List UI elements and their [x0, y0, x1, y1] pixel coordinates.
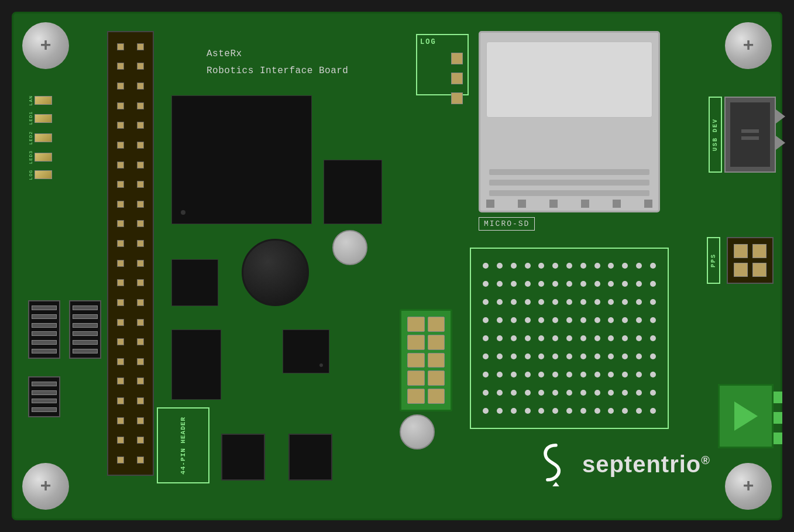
left-connector-right-top [69, 300, 101, 359]
septentrio-text: septentrio® [582, 451, 710, 478]
header-44pin: .header-44pin-inner { width: 100%; heigh… [107, 31, 154, 476]
pps-connector [727, 237, 774, 284]
bottom-chip-1 [221, 434, 265, 480]
label-44pin-text: 44-PIN HEADER [179, 417, 187, 475]
screw-top-left [22, 22, 69, 69]
right-green-component [718, 384, 774, 448]
left-connector-bottom [28, 376, 60, 417]
chip-main-1 [171, 95, 312, 224]
pcb-board: AsteRx Robotics Interface Board .header-… [12, 12, 782, 520]
label-44pin: 44-PIN HEADER [157, 407, 209, 483]
play-icon [734, 401, 758, 431]
chip-bottom-1 [171, 330, 221, 400]
septentrio-logo-area: septentrio® [538, 442, 710, 486]
pps-label: PPS [707, 237, 720, 284]
board-title: AsteRx Robotics Interface Board [207, 46, 348, 80]
microsd-label: MICRO-SD [479, 217, 535, 231]
screw-top-right [725, 22, 772, 69]
septentrio-icon [538, 442, 573, 486]
log-label: LOG [420, 38, 436, 46]
mount-hole-2 [400, 414, 435, 449]
screw-bottom-left [22, 463, 69, 510]
led-2: LED2 [28, 131, 52, 145]
chip-small-right [283, 330, 329, 373]
microsd-card-area [486, 42, 652, 118]
left-connector-top [28, 300, 60, 359]
led-group: LAN LED1 LED2 LED3 LOG [28, 95, 52, 180]
chip-medium-1 [171, 259, 218, 306]
inductor [242, 239, 309, 306]
usb-dev-connector [724, 97, 776, 173]
chip-medium-2 [324, 160, 382, 224]
svg-marker-0 [551, 482, 562, 487]
mount-hole-1 [332, 230, 367, 265]
microsd-slot [479, 31, 660, 212]
led-lan: LAN [28, 95, 52, 105]
jst-connector [400, 309, 452, 411]
led-3: LED3 [28, 150, 52, 164]
log-connector-box: LOG [416, 34, 469, 95]
screw-bottom-right [725, 463, 772, 510]
led-1: LED1 [28, 111, 52, 125]
usb-dev-label: USB DEV [709, 97, 722, 173]
log-pins [451, 53, 463, 104]
bga-array [470, 248, 669, 429]
led-log: LOG [28, 170, 52, 180]
bottom-chip-2 [288, 434, 332, 480]
